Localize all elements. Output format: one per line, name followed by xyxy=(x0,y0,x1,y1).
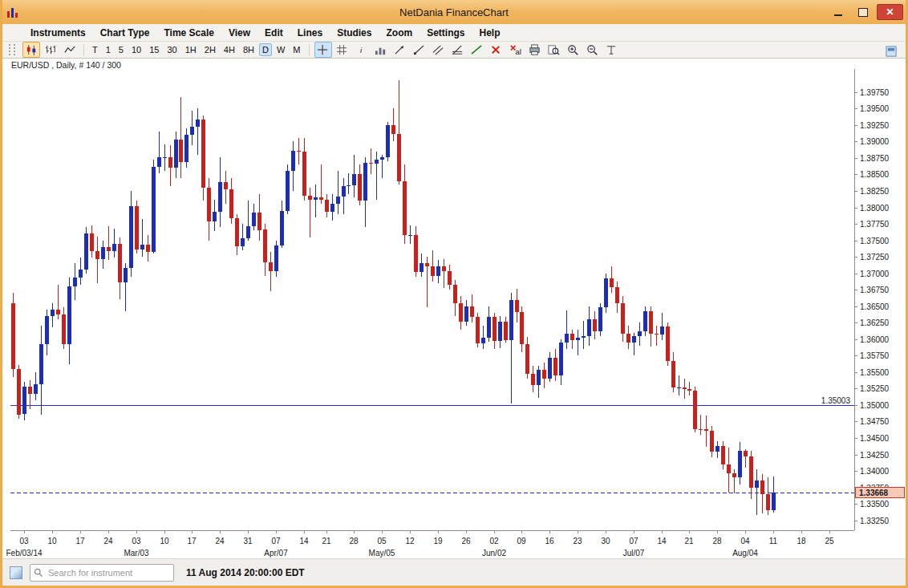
minimize-button[interactable] xyxy=(827,5,849,19)
maximize-icon xyxy=(858,8,868,17)
svg-text:1.37750: 1.37750 xyxy=(860,220,890,229)
timescale-button-m[interactable]: M xyxy=(290,43,303,56)
svg-text:1.34250: 1.34250 xyxy=(860,451,890,460)
candlestick-chart-icon[interactable] xyxy=(22,42,40,58)
maximize-button[interactable] xyxy=(852,5,874,19)
svg-text:14: 14 xyxy=(657,537,667,545)
timescale-button-8h[interactable]: 8H xyxy=(240,43,257,56)
toolbar-separator xyxy=(83,44,84,56)
axis-settings-icon[interactable] xyxy=(603,42,621,58)
svg-text:28: 28 xyxy=(349,537,359,545)
bar-chart-icon[interactable] xyxy=(42,42,59,58)
menu-zoom[interactable]: Zoom xyxy=(379,26,420,40)
info-icon[interactable]: i xyxy=(353,42,371,58)
search-icon xyxy=(34,568,43,578)
close-icon: ✕ xyxy=(886,6,894,18)
delete-all-lines-icon[interactable]: all xyxy=(507,42,525,58)
chart-plot[interactable]: 1.397501.395001.392501.390001.387501.385… xyxy=(2,59,906,559)
svg-text:1.38000: 1.38000 xyxy=(860,204,890,213)
svg-text:1.36500: 1.36500 xyxy=(860,302,890,311)
svg-text:07: 07 xyxy=(629,537,638,545)
svg-text:1.34000: 1.34000 xyxy=(860,467,890,476)
timescale-button-10[interactable]: 10 xyxy=(128,43,144,56)
svg-text:26: 26 xyxy=(461,537,471,545)
svg-text:05: 05 xyxy=(377,537,387,545)
svg-text:May/05: May/05 xyxy=(369,549,395,558)
svg-text:i: i xyxy=(360,47,363,55)
dock-panel-icon[interactable] xyxy=(882,43,900,59)
timescale-button-w[interactable]: W xyxy=(274,43,288,56)
timescale-button-4h[interactable]: 4H xyxy=(221,43,238,56)
svg-text:17: 17 xyxy=(75,537,85,545)
zoom-out-icon[interactable] xyxy=(584,42,602,58)
chart-area[interactable]: EUR/USD , Daily, # 140 / 300 1.397501.39… xyxy=(2,59,906,559)
menu-edit[interactable]: Edit xyxy=(257,26,290,40)
svg-text:1.35750: 1.35750 xyxy=(860,351,890,360)
svg-text:1.38750: 1.38750 xyxy=(860,154,890,163)
svg-text:25: 25 xyxy=(825,537,834,545)
zoom-in-icon[interactable] xyxy=(565,42,582,58)
line-chart-icon[interactable] xyxy=(61,42,79,58)
zoom-area-icon[interactable] xyxy=(545,42,563,58)
timescale-button-15[interactable]: 15 xyxy=(146,43,162,56)
delete-line-icon[interactable] xyxy=(488,42,505,58)
svg-text:1.35500: 1.35500 xyxy=(860,368,890,377)
svg-text:04: 04 xyxy=(740,537,750,545)
svg-text:03: 03 xyxy=(132,537,141,545)
svg-text:30: 30 xyxy=(601,537,610,545)
search-box[interactable] xyxy=(30,564,174,582)
grid-icon[interactable] xyxy=(334,42,351,58)
menu-time-scale[interactable]: Time Scale xyxy=(156,26,221,40)
timescale-button-2h[interactable]: 2H xyxy=(201,43,219,56)
ray-line-icon[interactable] xyxy=(411,42,428,58)
svg-text:Apr/07: Apr/07 xyxy=(264,549,288,558)
timescale-button-30[interactable]: 30 xyxy=(164,43,180,56)
trendline-icon[interactable] xyxy=(391,42,409,58)
svg-text:21: 21 xyxy=(684,537,694,545)
print-icon[interactable] xyxy=(526,42,544,58)
instrument-label: EUR/USD , Daily, # 140 / 300 xyxy=(11,60,121,70)
timescale-button-t[interactable]: T xyxy=(89,43,101,56)
volume-icon[interactable] xyxy=(372,42,390,58)
timescale-button-1[interactable]: 1 xyxy=(103,43,114,56)
instrument-list-icon[interactable] xyxy=(10,566,22,579)
svg-text:1.35000: 1.35000 xyxy=(860,401,890,410)
svg-text:1.39000: 1.39000 xyxy=(860,137,890,146)
timescale-button-1h[interactable]: 1H xyxy=(182,43,200,56)
svg-text:18: 18 xyxy=(797,537,806,545)
svg-text:19: 19 xyxy=(433,537,443,545)
timescale-button-d[interactable]: D xyxy=(259,43,272,56)
svg-text:1.33668: 1.33668 xyxy=(859,489,889,497)
slope-line-icon[interactable] xyxy=(449,42,467,58)
crosshair-icon[interactable] xyxy=(314,42,332,58)
svg-text:1.37000: 1.37000 xyxy=(860,270,890,278)
toolbar-separator xyxy=(309,44,310,56)
svg-text:10: 10 xyxy=(160,537,169,545)
svg-text:14: 14 xyxy=(299,537,309,545)
svg-text:Jul/07: Jul/07 xyxy=(623,549,645,558)
draw-line-icon[interactable] xyxy=(468,42,486,58)
svg-text:1.35003: 1.35003 xyxy=(821,396,851,405)
svg-text:1.33500: 1.33500 xyxy=(860,500,890,509)
svg-text:09: 09 xyxy=(517,537,526,545)
menu-settings[interactable]: Settings xyxy=(420,26,472,40)
menu-chart-type[interactable]: Chart Type xyxy=(93,26,157,40)
svg-text:1.34750: 1.34750 xyxy=(860,417,890,426)
menu-instruments[interactable]: Instruments xyxy=(23,26,93,40)
menu-lines[interactable]: Lines xyxy=(290,26,330,40)
svg-text:31: 31 xyxy=(243,537,253,545)
svg-text:1.39500: 1.39500 xyxy=(860,104,890,113)
svg-text:21: 21 xyxy=(322,537,331,545)
timescale-button-5[interactable]: 5 xyxy=(116,43,127,56)
menu-studies[interactable]: Studies xyxy=(330,26,379,40)
title-bar[interactable]: NetDania FinanceChart ✕ xyxy=(0,0,908,24)
parallel-channel-icon[interactable] xyxy=(430,42,448,58)
menu-view[interactable]: View xyxy=(221,26,257,40)
svg-text:1.39250: 1.39250 xyxy=(860,121,890,130)
toolbar-grip[interactable] xyxy=(9,44,15,55)
search-input[interactable] xyxy=(47,567,170,578)
svg-text:07: 07 xyxy=(271,537,281,545)
close-button[interactable]: ✕ xyxy=(877,4,903,20)
menu-help[interactable]: Help xyxy=(472,26,507,40)
svg-text:1.35250: 1.35250 xyxy=(860,384,890,393)
